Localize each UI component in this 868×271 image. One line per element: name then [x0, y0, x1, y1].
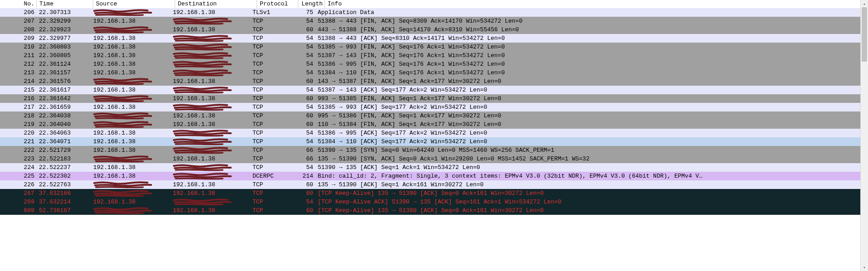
packet-row[interactable]: 21222.361124192.168.1.38TCP5451386 → 995… — [0, 60, 861, 68]
redaction-mark — [173, 165, 232, 171]
column-header-protocol[interactable]: Protocol — [257, 0, 298, 8]
time-cell: 22.360803 — [36, 43, 91, 51]
no-cell: 224 — [0, 163, 36, 172]
scroll-thumb[interactable] — [862, 7, 867, 62]
protocol-cell: TCP — [250, 146, 289, 155]
info-cell: 143 → 51387 [FIN, ACK] Seq=1 Ack=177 Win… — [315, 77, 861, 86]
source-cell: 192.168.1.38 — [91, 198, 170, 206]
time-cell: 22.364040 — [36, 120, 91, 129]
info-cell: 51385 → 993 [FIN, ACK] Seq=176 Ack=1 Win… — [315, 43, 861, 51]
packet-row[interactable]: 22422.522237192.168.1.38TCP5451390 → 135… — [0, 163, 861, 172]
time-cell: 37.632214 — [36, 198, 91, 206]
packet-row[interactable]: 22522.522302192.168.1.38DCERPC214Bind: c… — [0, 172, 861, 180]
packet-row[interactable]: 20922.329977192.168.1.38TCP5451388 → 443… — [0, 34, 861, 43]
packet-row[interactable]: 21622.361642192.168.1.38TCP60993 → 51385… — [0, 94, 861, 103]
destination-cell-text: 192.168.1.38 — [173, 95, 215, 102]
packet-row[interactable]: 21422.361576192.168.1.38TCP60143 → 51387… — [0, 77, 861, 86]
info-cell: 51385 → 993 [ACK] Seq=177 Ack=2 Win=5342… — [315, 103, 861, 111]
length-cell: 54 — [289, 198, 315, 206]
packet-row[interactable]: 20822.329923192.168.1.38TCP60443 → 51388… — [0, 25, 861, 34]
source-cell: 192.168.1.38 — [91, 146, 170, 155]
column-header-source[interactable]: Source — [93, 0, 175, 8]
time-cell: 52.736167 — [36, 206, 91, 215]
source-cell-text: 192.168.1.38 — [93, 147, 136, 154]
scroll-down-button[interactable]: ▾ — [861, 264, 868, 271]
time-cell: 22.361157 — [36, 68, 91, 77]
packet-row[interactable]: 26937.632214192.168.1.38TCP54[TCP Keep-A… — [0, 198, 861, 206]
info-cell: 51386 → 995 [ACK] Seq=177 Ack=2 Win=5342… — [315, 129, 861, 137]
packet-row[interactable]: 22622.522763192.168.1.38TCP60135 → 51390… — [0, 180, 861, 189]
protocol-cell: TCP — [250, 155, 289, 163]
no-cell: 215 — [0, 86, 36, 94]
time-cell: 22.364063 — [36, 129, 91, 137]
redaction-mark — [173, 35, 232, 42]
destination-cell-text: 192.168.1.38 — [173, 207, 215, 214]
packet-row[interactable]: 21122.360805192.168.1.38TCP5451387 → 143… — [0, 51, 861, 60]
redaction-mark — [93, 121, 152, 128]
destination-cell-text: 192.168.1.38 — [173, 112, 215, 119]
column-header-destination[interactable]: Destination — [175, 0, 257, 8]
packet-row[interactable]: 22022.364063192.168.1.38TCP5451386 → 995… — [0, 129, 861, 137]
packet-row[interactable]: 22122.364071192.168.1.38TCP5451384 → 110… — [0, 137, 861, 146]
packet-row[interactable]: 21722.361659192.168.1.38TCP5451385 → 993… — [0, 103, 861, 111]
column-header-time[interactable]: Time — [37, 0, 93, 8]
redaction-mark — [93, 113, 152, 119]
packet-row[interactable]: 20622.307313192.168.1.38TLSv175Applicati… — [0, 8, 861, 17]
redaction-mark — [93, 96, 152, 102]
length-cell: 60 — [289, 25, 315, 34]
source-cell: 192.168.1.38 — [91, 17, 170, 25]
source-cell-text: 192.168.1.38 — [93, 69, 136, 76]
destination-cell-text: 192.168.1.38 — [173, 190, 215, 197]
vertical-scrollbar[interactable]: ▴ ▾ — [860, 0, 868, 271]
redaction-mark — [173, 173, 232, 179]
protocol-cell: TCP — [250, 25, 289, 34]
packet-row[interactable]: 21822.364038192.168.1.38TCP60995 → 51386… — [0, 111, 861, 120]
packet-row[interactable]: 21322.361157192.168.1.38TCP5451384 → 110… — [0, 68, 861, 77]
source-cell: 192.168.1.38 — [91, 172, 170, 180]
packet-row[interactable]: 21522.361617192.168.1.38TCP5451387 → 143… — [0, 86, 861, 94]
packet-row[interactable]: 22322.522183192.168.1.38TCP66135 → 51390… — [0, 155, 861, 163]
length-cell: 66 — [289, 146, 315, 155]
source-cell — [91, 155, 170, 163]
length-cell: 54 — [289, 163, 315, 172]
info-cell: [TCP Keep-Alive] 135 → 51390 [ACK] Seq=0… — [315, 206, 861, 215]
destination-cell-text: 192.168.1.38 — [173, 121, 215, 128]
protocol-cell: TCP — [250, 163, 289, 172]
packet-row[interactable]: 20722.329299192.168.1.38TCP5451388 → 443… — [0, 17, 861, 25]
source-cell-text: 192.168.1.38 — [93, 164, 136, 171]
protocol-cell: TCP — [250, 180, 289, 189]
redaction-mark — [173, 44, 232, 50]
no-cell: 212 — [0, 60, 36, 68]
scroll-up-button[interactable]: ▴ — [861, 0, 868, 7]
protocol-cell: TCP — [250, 51, 289, 60]
redaction-mark — [173, 130, 232, 136]
source-cell — [91, 180, 170, 189]
no-cell: 213 — [0, 68, 36, 77]
info-cell: 51388 → 443 [FIN, ACK] Seq=8309 Ack=1417… — [315, 17, 861, 25]
protocol-cell: TCP — [250, 17, 289, 25]
time-cell: 22.361617 — [36, 86, 91, 94]
time-cell: 22.364071 — [36, 137, 91, 146]
packet-row[interactable]: 26737.632166192.168.1.38TCP60[TCP Keep-A… — [0, 189, 861, 198]
protocol-cell: TCP — [250, 68, 289, 77]
no-cell: 210 — [0, 43, 36, 51]
packet-row[interactable]: 21922.364040192.168.1.38TCP60110 → 51384… — [0, 120, 861, 129]
length-cell: 54 — [289, 34, 315, 43]
no-cell: 226 — [0, 180, 36, 189]
redaction-mark — [173, 18, 232, 24]
length-cell: 54 — [289, 60, 315, 68]
packet-row[interactable]: 22222.521729192.168.1.38TCP6651390 → 135… — [0, 146, 861, 155]
redaction-mark — [93, 10, 152, 16]
packet-row[interactable]: 21022.360803192.168.1.38TCP5451385 → 993… — [0, 43, 861, 51]
source-cell — [91, 206, 170, 215]
column-header-info[interactable]: Info — [325, 0, 868, 8]
destination-cell-text: 192.168.1.38 — [173, 155, 215, 162]
time-cell: 22.307313 — [36, 8, 91, 17]
destination-cell: 192.168.1.38 — [170, 8, 250, 17]
column-header-no[interactable]: No. — [0, 0, 37, 8]
column-header-length[interactable]: Length — [298, 0, 325, 8]
destination-cell: 192.168.1.38 — [170, 94, 250, 103]
no-cell: 217 — [0, 103, 36, 111]
packet-row[interactable]: 60952.736167192.168.1.38TCP60[TCP Keep-A… — [0, 206, 861, 215]
source-cell-text: 192.168.1.38 — [93, 198, 136, 205]
